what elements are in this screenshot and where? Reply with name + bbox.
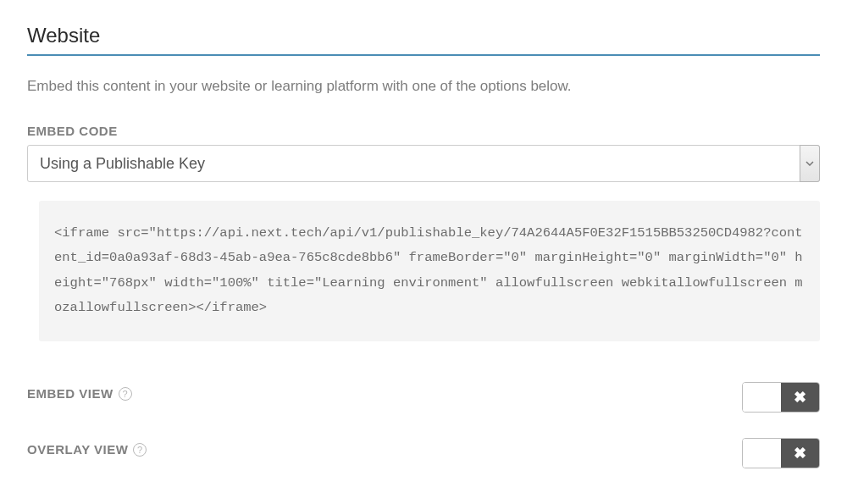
embed-code-snippet[interactable]: <iframe src="https://api.next.tech/api/v… [39,201,820,341]
overlay-view-toggle-off[interactable]: ✖ [781,439,819,468]
embed-view-toggle-on[interactable] [743,383,781,412]
section-description: Embed this content in your website or le… [27,78,820,95]
embed-code-select[interactable]: Using a Publishable Key [27,145,820,182]
close-icon: ✖ [794,444,806,462]
embed-code-label-text: EMBED CODE [27,124,118,138]
embed-view-label: EMBED VIEW ? [27,386,132,401]
embed-code-label: EMBED CODE [27,124,820,138]
section-title: Website [27,24,820,56]
embed-view-toggle[interactable]: ✖ [742,382,820,413]
embed-code-select-wrapper: Using a Publishable Key [27,145,820,182]
embed-view-label-text: EMBED VIEW [27,386,113,401]
embed-code-select-dropdown-button[interactable] [800,145,820,182]
embed-code-selected-value: Using a Publishable Key [40,155,205,173]
overlay-view-toggle-on[interactable] [743,439,781,468]
embed-view-toggle-off[interactable]: ✖ [781,383,819,412]
help-icon[interactable]: ? [119,387,132,401]
chevron-down-icon [805,161,814,166]
embed-view-row: EMBED VIEW ? ✖ [27,382,820,413]
help-icon[interactable]: ? [133,443,147,457]
overlay-view-toggle[interactable]: ✖ [742,438,820,468]
overlay-view-label-text: OVERLAY VIEW [27,442,128,457]
close-icon: ✖ [794,388,806,407]
overlay-view-label: OVERLAY VIEW ? [27,442,147,457]
overlay-view-row: OVERLAY VIEW ? ✖ [27,438,820,468]
